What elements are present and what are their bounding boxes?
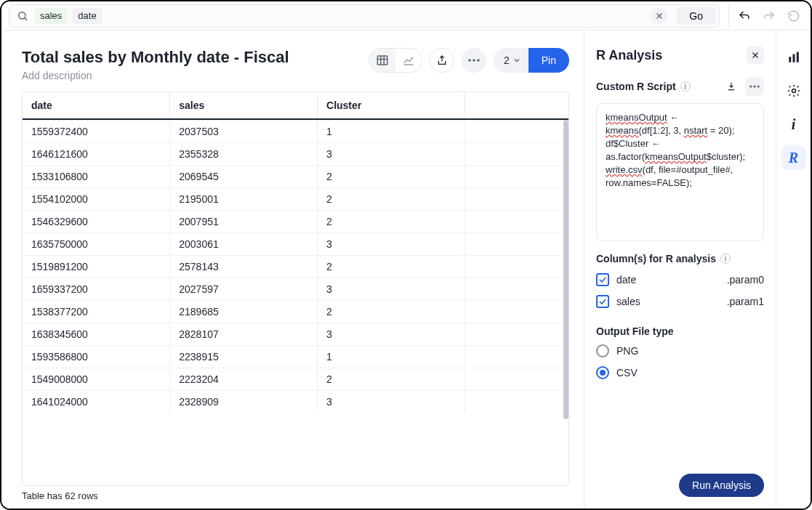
table-cell [465, 368, 568, 391]
table-row[interactable]: 154900800022232042 [23, 368, 568, 391]
column-name: date [616, 274, 636, 286]
search-chip[interactable]: date [72, 8, 102, 24]
output-type-row: CSV [596, 362, 764, 384]
reset-button[interactable] [783, 6, 805, 26]
table-view-button[interactable] [369, 49, 395, 72]
svg-point-14 [749, 85, 752, 87]
info-icon[interactable]: i [680, 81, 691, 92]
table-row[interactable]: 159358680022389151 [23, 346, 568, 368]
table-cell: 1549008000 [23, 368, 170, 391]
table-cell: 1538377200 [23, 301, 170, 323]
row-count-label: Table has 62 rows [22, 490, 569, 501]
table-cell: 2355328 [170, 143, 318, 166]
table-cell: 1554102000 [23, 188, 170, 211]
pin-count-value: 2 [504, 54, 510, 66]
table-row[interactable]: 155410200021950012 [23, 188, 568, 211]
table-row[interactable]: 163575000020030613 [23, 233, 568, 256]
table-row[interactable]: 164102400023289093 [23, 391, 568, 413]
analysis-column-row: sales .param1 [596, 291, 764, 312]
table-cell: 2 [318, 211, 465, 233]
undo-button[interactable] [733, 6, 755, 26]
table-cell [465, 121, 568, 143]
column-checkbox[interactable] [596, 273, 609, 286]
chart-view-button[interactable] [395, 49, 422, 72]
right-sidebar: i R [776, 31, 811, 509]
table-row[interactable]: 164612160023553283 [23, 143, 568, 166]
table-cell: 2 [318, 256, 465, 278]
svg-point-10 [477, 59, 480, 62]
table-cell: 1635750000 [23, 233, 170, 256]
info-icon[interactable]: i [720, 254, 731, 264]
svg-point-0 [19, 12, 25, 18]
settings-button[interactable] [781, 78, 806, 103]
download-script-button[interactable] [722, 77, 741, 96]
table-cell: 3 [318, 323, 465, 346]
table-scroll[interactable]: 1559372400203750311646121600235532831533… [23, 120, 568, 485]
output-label: PNG [616, 345, 638, 357]
table-cell [465, 256, 568, 278]
more-menu-button[interactable] [462, 48, 486, 73]
table-cell: 3 [318, 233, 465, 256]
output-radio[interactable] [596, 344, 609, 357]
table-cell: 1659337200 [23, 278, 170, 301]
column-checkbox[interactable] [596, 295, 609, 308]
analysis-column-row: date .param0 [596, 269, 764, 291]
table-cell: 2328909 [170, 391, 318, 413]
table-cell [465, 391, 568, 413]
table-row[interactable]: 165933720020275973 [23, 278, 568, 301]
svg-rect-19 [796, 52, 798, 62]
table-cell: 1559372400 [23, 121, 170, 143]
table-row[interactable]: 153837720021896852 [23, 301, 568, 323]
table-cell: 2 [318, 368, 465, 391]
table-cell: 2027597 [170, 278, 318, 301]
table-cell: 2007951 [170, 211, 318, 233]
search-icon [17, 10, 28, 22]
table-cell: 1593586800 [23, 346, 170, 368]
share-button[interactable] [430, 48, 454, 73]
run-analysis-button[interactable]: Run Analysis [679, 474, 764, 497]
svg-rect-4 [377, 56, 387, 65]
explore-button[interactable] [781, 45, 806, 70]
table-cell: 1 [318, 346, 465, 368]
pin-button[interactable]: Pin [528, 48, 569, 73]
r-analysis-button[interactable]: R [781, 145, 806, 170]
output-section-title: Output File type [596, 325, 764, 337]
table-cell: 3 [318, 143, 465, 166]
table-cell: 2 [318, 188, 465, 211]
svg-rect-17 [789, 57, 791, 62]
redo-button[interactable] [758, 6, 780, 26]
column-header[interactable] [465, 92, 568, 119]
column-header[interactable]: Cluster [318, 92, 465, 119]
description-placeholder[interactable]: Add description [22, 70, 289, 81]
table-cell: 1641024000 [23, 391, 170, 413]
table-cell [465, 233, 568, 256]
search-bar[interactable]: salesdate Go [9, 4, 720, 28]
table-row[interactable]: 163834560028281073 [23, 323, 568, 346]
clear-search-button[interactable] [651, 8, 667, 24]
column-header[interactable]: sales [170, 92, 318, 119]
pin-count-dropdown[interactable]: 2 [494, 48, 528, 73]
table-cell: 2 [318, 301, 465, 323]
table-row[interactable]: 153310680020695452 [23, 166, 568, 188]
table-cell: 2037503 [170, 121, 318, 143]
table-row[interactable]: 151989120025781432 [23, 256, 568, 278]
search-chip[interactable]: sales [34, 8, 68, 24]
r-script-editor[interactable]: kmeansOutput ← kmeans(df[1:2], 3, nstart… [596, 103, 764, 241]
table-cell: 2238915 [170, 346, 318, 368]
info-button[interactable]: i [781, 112, 806, 137]
output-radio[interactable] [596, 366, 609, 379]
table-row[interactable]: 154632960020079512 [23, 211, 568, 233]
svg-point-8 [468, 59, 471, 62]
svg-point-20 [792, 89, 795, 93]
table-cell [465, 278, 568, 301]
close-panel-button[interactable] [747, 46, 764, 64]
script-more-button[interactable] [745, 77, 764, 96]
table-row[interactable]: 155937240020375031 [23, 121, 568, 143]
table-cell: 2 [318, 166, 465, 188]
scrollbar-thumb[interactable] [563, 120, 568, 419]
svg-point-16 [757, 85, 760, 87]
go-button[interactable]: Go [676, 7, 716, 25]
table-cell: 3 [318, 278, 465, 301]
column-header[interactable]: date [23, 92, 170, 119]
table-cell: 1646121600 [23, 143, 170, 166]
